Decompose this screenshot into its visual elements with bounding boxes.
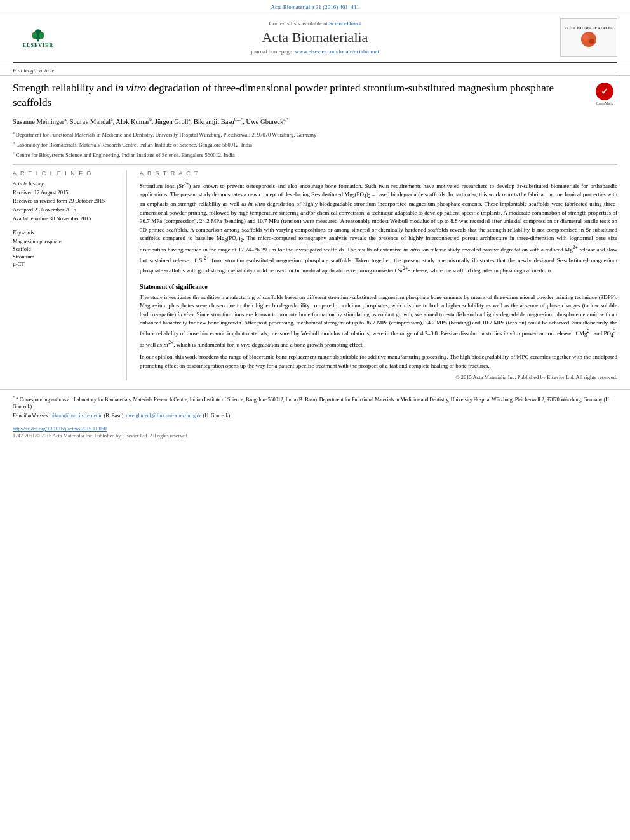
email-addresses: E-mail addresses: bikram@mrc.iisc.ernet.… <box>13 413 617 418</box>
keyword-4: µ-CT <box>13 261 119 267</box>
svg-point-3 <box>39 32 44 39</box>
email2-name: (U. Gbureck). <box>203 413 232 418</box>
significance-text1: The study investigates the additive manu… <box>140 293 617 350</box>
doi-link[interactable]: http://dx.doi.org/10.1016/j.actbio.2015.… <box>13 426 107 432</box>
history-online: Available online 30 November 2015 <box>13 215 119 223</box>
article-info-header: A R T I C L E I N F O <box>13 170 119 177</box>
email-link-1[interactable]: bikram@mrc.iisc.ernet.in <box>51 413 103 418</box>
email-link-2[interactable]: uwe.gbureck@finz.uni-wuerzburg.de <box>126 413 201 418</box>
copyright-line: © 2015 Acta Materialia Inc. Published by… <box>140 374 617 380</box>
keyword-3: Strontium <box>13 253 119 260</box>
article-type: Full length article <box>0 63 630 76</box>
article-info-column: A R T I C L E I N F O Article history: R… <box>13 170 127 381</box>
article-title: Strength reliability and in vitro degrad… <box>13 81 592 110</box>
elsevier-logo: ELSEVIER <box>13 25 64 50</box>
journal-title: Acta Biomaterialia <box>83 29 547 46</box>
journal-logo-box: ACTA BIOMATERIALIA <box>560 18 617 57</box>
elsevier-logo-area: ELSEVIER <box>13 25 76 50</box>
history-label: Article history: <box>13 180 119 187</box>
footer-section: * * Corresponding authors at: Laboratory… <box>0 389 630 423</box>
author-sup-a3: a,* <box>283 117 288 122</box>
history-received: Received 17 August 2015 <box>13 189 119 197</box>
corresponding-author-note: * * Corresponding authors at: Laboratory… <box>13 395 617 410</box>
homepage-link[interactable]: www.elsevier.com/locate/actabiomat <box>295 48 379 55</box>
bottom-links: http://dx.doi.org/10.1016/j.actbio.2015.… <box>0 423 630 443</box>
significance-text2: In our opinion, this work broadens the r… <box>140 353 617 370</box>
affiliation-a: a Department for Functional Materials in… <box>13 130 617 139</box>
elsevier-name: ELSEVIER <box>23 43 53 48</box>
history-accepted: Accepted 23 November 2015 <box>13 206 119 214</box>
main-content: A R T I C L E I N F O Article history: R… <box>0 165 630 386</box>
affiliation-b: b Laboratory for Biomaterials, Materials… <box>13 140 617 149</box>
author-susanne: Susanne Meininger <box>13 117 64 124</box>
authors-section: Susanne Meiningera, Sourav Mandalb, Alok… <box>0 114 630 129</box>
author-sup-a1: a <box>64 117 66 122</box>
significance-title: Statement of significance <box>140 283 617 290</box>
email1-name: (B. Basu), <box>104 413 125 418</box>
abstract-header: A B S T R A C T <box>140 170 617 177</box>
author-jurgen: Jürgen Groll <box>155 117 189 124</box>
abstract-text: Strontium ions (Sr2+) are known to preve… <box>140 180 617 276</box>
keywords-label: Keywords: <box>13 229 119 236</box>
keyword-1: Magnesium phosphate <box>13 238 119 244</box>
keyword-2: Scaffold <box>13 246 119 252</box>
journal-logo-image <box>573 30 605 49</box>
author-sup-b1: b <box>111 117 113 122</box>
author-uwe: Uwe Gbureck <box>246 117 284 124</box>
crossmark-badge[interactable]: ✓ CrossMark <box>592 81 617 107</box>
history-revised: Received in revised form 29 October 2015 <box>13 197 119 205</box>
journal-reference-bar: Acta Biomaterialia 31 (2016) 401–411 <box>0 0 630 13</box>
affiliation-c: c Centre for Biosystems Science and Engi… <box>13 150 617 159</box>
crossmark-label: CrossMark <box>596 102 613 105</box>
elsevier-tree-icon <box>29 27 48 43</box>
author-sup-a2: a <box>189 117 191 122</box>
title-part1: Strength reliability and <box>13 82 115 94</box>
journal-homepage: journal homepage: www.elsevier.com/locat… <box>83 48 547 55</box>
header-section: ELSEVIER Contents lists available at Sci… <box>0 13 630 62</box>
author-sup-bc: b,c,* <box>234 117 243 122</box>
header-center: Contents lists available at ScienceDirec… <box>83 20 547 55</box>
keywords-section: Keywords: Magnesium phosphate Scaffold S… <box>13 229 119 267</box>
significance-section: Statement of significance The study inve… <box>140 283 617 381</box>
svg-point-6 <box>589 39 594 44</box>
title-section: Strength reliability and in vitro degrad… <box>0 76 630 114</box>
svg-point-5 <box>582 34 589 41</box>
abstract-column: A B S T R A C T Strontium ions (Sr2+) ar… <box>140 170 617 381</box>
title-italic: in vitro <box>115 82 146 94</box>
doi-link-line: http://dx.doi.org/10.1016/j.actbio.2015.… <box>13 426 617 432</box>
author-alok: Alok Kumar <box>116 117 149 124</box>
journal-logo-area: ACTA BIOMATERIALIA <box>554 18 617 57</box>
crossmark-icon: ✓ <box>596 83 613 100</box>
sciencedirect-link[interactable]: ScienceDirect <box>329 20 361 27</box>
author-bikramjit: Bikramjit Basu <box>194 117 234 124</box>
svg-point-2 <box>32 32 37 39</box>
affiliations-section: a Department for Functional Materials in… <box>0 128 630 164</box>
author-sourav: Sourav Mandal <box>70 117 111 124</box>
contents-available-text: Contents lists available at ScienceDirec… <box>83 20 547 27</box>
journal-ref-text: Acta Biomaterialia 31 (2016) 401–411 <box>271 4 359 10</box>
issn-line: 1742-7061/© 2015 Acta Materialia Inc. Pu… <box>13 433 617 439</box>
author-sup-b2: b <box>149 117 152 122</box>
